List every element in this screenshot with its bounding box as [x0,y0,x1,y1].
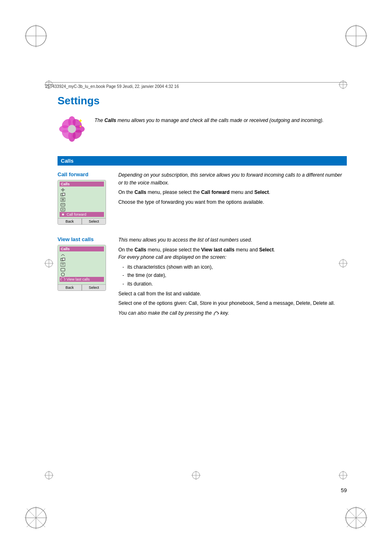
svg-rect-50 [60,198,65,201]
svg-rect-55 [61,208,65,211]
cf-icon-selected: ✱ [60,212,65,216]
view-last-calls-phone-mockup: Calls [58,245,106,291]
vlc-selected-label: View last calls [67,277,90,281]
corner-decoration-br [345,507,367,530]
vlc-menu-item-selected: View last calls [60,277,104,282]
cf-select-btn: Select [82,219,106,224]
intro-description: The Calls menu allows you to manage and … [95,115,324,124]
vlc-phone-title: Calls [60,246,104,251]
cf-icon-1 [60,188,65,192]
svg-rect-59 [62,258,65,260]
cf-menu-item-5 [60,207,104,212]
call-forward-title: Call forward [58,171,111,177]
cf-menu-item-3 [60,197,104,202]
corner-decoration-bl [25,507,47,530]
intro-row: ✦ ✦ The Calls menu allows you to manage … [58,115,347,145]
call-forward-row: Call forward Calls [58,171,347,225]
call-forward-phone-mockup: Calls [58,180,106,225]
view-last-calls-title: View last calls [58,236,111,242]
vlc-menu-item-5 [60,272,104,277]
vlc-menu-item-1 [60,252,104,257]
vlc-icon-1 [60,253,65,257]
cf-icon-2 [60,193,65,197]
vlc-para1: On the Calls menu, please select the Vie… [118,246,347,261]
vlc-list: its characteristics (shown with an icon)… [118,263,347,288]
corner-decoration-tl [25,25,47,48]
svg-text:✦: ✦ [78,117,83,124]
cf-icon-5 [60,207,65,212]
settings-heading: Settings [58,94,347,107]
intro-calls-bold: Calls [104,117,116,123]
corner-decoration-tr [345,25,367,48]
content-area: Settings ✦ ✦ [58,94,347,473]
vlc-phone-buttons: Back Select [58,284,106,290]
call-forward-description: Depending on your subscription, this ser… [118,171,347,208]
vlc-menu-item-2 [60,257,104,262]
vlc-select-btn: Select [82,285,106,290]
vlc-menu-item-3 [60,262,104,267]
vlc-icon-4 [60,267,65,272]
reg-mark-bl-inner [44,471,53,481]
vlc-icon-5 [60,272,65,276]
intro-text-rest: menu allows you to manage and check all … [116,117,324,123]
view-last-calls-left: View last calls Calls [58,236,111,291]
cf-menu-item-4 [60,202,104,207]
cf-menu-item-selected: ✱ Call forward [60,212,104,217]
cf-italic-intro: Depending on your subscription, this ser… [118,171,347,187]
calls-section-header: Calls [58,156,347,166]
vlc-icon-2 [60,258,65,262]
vlc-list-item-3: its duration. [122,280,347,288]
page-container: 25T433924_myC-3b_lu_en.book Page 59 Jeud… [0,0,392,555]
svg-text:✦: ✦ [79,124,82,129]
svg-rect-53 [61,203,65,206]
cf-selected-label: Call forward [67,212,86,216]
cf-back-btn: Back [58,219,82,224]
call-forward-left: Call forward Calls [58,171,111,225]
reg-mark-ml-inner [44,259,53,269]
cf-phone-title: Calls [60,182,104,187]
svg-rect-62 [61,268,65,271]
file-info-text: 25T433924_myC-3b_lu_en.book Page 59 Jeud… [45,84,179,89]
intro-text-start: The [95,117,104,123]
file-info-bar: 25T433924_myC-3b_lu_en.book Page 59 Jeud… [45,82,347,89]
vlc-list-item-2: the time (or date), [122,272,347,279]
cf-menu-item-2 [60,192,104,197]
cf-para2: Choose the type of forwarding you want f… [118,198,347,206]
cf-menu-item-1 [60,187,104,192]
flower-icon: ✦ ✦ [58,115,86,145]
svg-point-45 [68,125,76,133]
vlc-back-btn: Back [58,285,82,290]
cf-para1: On the Calls menu, please select the Cal… [118,189,347,196]
svg-rect-60 [60,263,65,266]
cf-icon-4 [60,203,65,207]
cf-phone-buttons: Back Select [58,218,106,224]
vlc-para2: Select a call from the list and validate… [118,290,347,298]
vlc-menu-item-4 [60,267,104,272]
vlc-italic-intro: This menu allows you to access the list … [118,236,347,244]
view-last-calls-row: View last calls Calls [58,236,347,319]
cf-icon-3 [60,198,65,202]
vlc-list-item-1: its characteristics (shown with an icon)… [122,263,347,271]
vlc-para3: Select one of the options given: Call, S… [118,299,347,307]
svg-point-63 [61,273,65,276]
vlc-phone-screen: Calls [58,245,106,284]
vlc-icon-3 [60,263,65,267]
svg-rect-49 [62,193,65,196]
page-number: 59 [341,487,347,493]
vlc-italic-note: You can also make the call by pressing t… [118,309,347,317]
vlc-icon-selected [60,277,65,281]
view-last-calls-description: This menu allows you to access the list … [118,236,347,319]
call-forward-phone-screen: Calls [58,180,106,218]
